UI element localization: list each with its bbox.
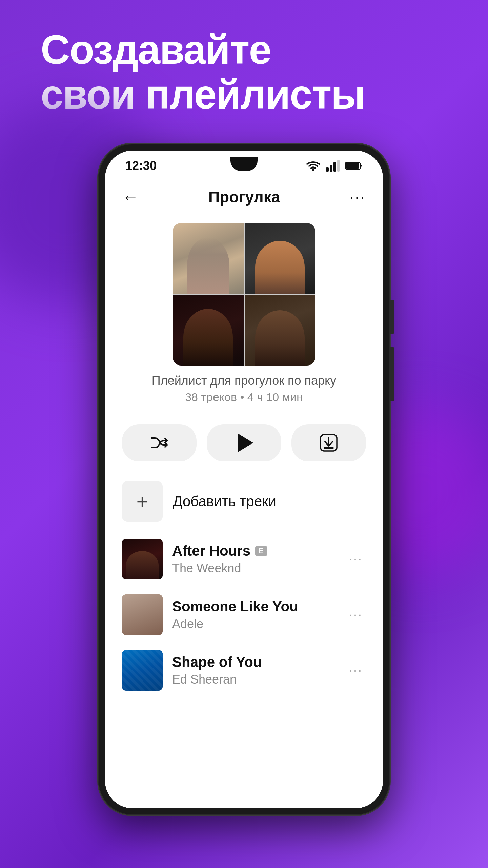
track-title-after-hours: After Hours xyxy=(172,543,250,559)
playlist-name: Плейлист для прогулок по парку xyxy=(152,374,336,388)
wifi-icon xyxy=(306,160,321,172)
phone-screen: 12:30 xyxy=(105,151,383,808)
svg-rect-6 xyxy=(346,163,359,169)
svg-rect-3 xyxy=(333,162,336,172)
track-more-button-after-hours[interactable]: ··· xyxy=(345,549,366,570)
svg-point-0 xyxy=(312,168,314,171)
playlist-title: Прогулка xyxy=(208,188,280,206)
status-icons xyxy=(306,160,363,172)
add-tracks-item[interactable]: + Добавить треки xyxy=(115,472,373,531)
track-list: + Добавить треки After Hours E The Weekn… xyxy=(105,472,383,808)
playlist-cover-section: Плейлист для прогулок по парку 38 треков… xyxy=(105,216,383,414)
track-artist-ed: Ed Sheeran xyxy=(172,672,336,687)
status-time: 12:30 xyxy=(125,159,157,173)
download-button[interactable] xyxy=(291,424,366,461)
add-tracks-label: Добавить треки xyxy=(173,493,276,510)
back-button[interactable]: ← xyxy=(122,189,139,205)
cover-adele xyxy=(173,223,244,294)
track-art-after-hours xyxy=(122,539,163,579)
svg-rect-4 xyxy=(337,160,340,172)
app-content: ← Прогулка ··· Плейлист для прогулок по … xyxy=(105,178,383,808)
track-title-shape-of-you: Shape of You xyxy=(172,654,262,670)
shuffle-button[interactable] xyxy=(122,424,197,461)
track-more-button-ed[interactable]: ··· xyxy=(345,660,366,681)
track-art-someone-like-you xyxy=(122,594,163,635)
track-info-someone-like-you: Someone Like You Adele xyxy=(172,598,336,631)
track-art-shape-of-you xyxy=(122,650,163,691)
track-artist-after-hours: The Weeknd xyxy=(172,561,336,575)
add-tracks-icon: + xyxy=(122,481,163,522)
power-button xyxy=(390,347,394,401)
cover-drake xyxy=(245,295,316,366)
track-info-after-hours: After Hours E The Weeknd xyxy=(172,543,336,575)
svg-rect-2 xyxy=(330,165,332,172)
battery-icon xyxy=(345,161,363,171)
cover-weeknd xyxy=(173,295,244,366)
playlist-meta: 38 треков • 4 ч 10 мин xyxy=(185,391,303,404)
track-info-shape-of-you: Shape of You Ed Sheeran xyxy=(172,654,336,687)
notch xyxy=(230,157,258,171)
track-title-row: After Hours E xyxy=(172,543,336,559)
track-title-row: Someone Like You xyxy=(172,598,336,615)
volume-up-button xyxy=(390,300,394,334)
track-title-row: Shape of You xyxy=(172,654,336,670)
action-buttons xyxy=(105,414,383,472)
track-item[interactable]: After Hours E The Weeknd ··· xyxy=(115,531,373,587)
track-more-button-adele[interactable]: ··· xyxy=(345,604,366,626)
track-title-someone-like-you: Someone Like You xyxy=(172,598,298,615)
track-item[interactable]: Shape of You Ed Sheeran ··· xyxy=(115,643,373,698)
signal-icon xyxy=(326,160,340,172)
hero-line1: Создавайте xyxy=(41,27,447,72)
explicit-badge-after-hours: E xyxy=(255,546,267,556)
shuffle-icon xyxy=(150,435,168,450)
play-button[interactable] xyxy=(207,424,281,461)
track-artist-adele: Adele xyxy=(172,617,336,631)
svg-rect-1 xyxy=(326,167,329,172)
play-icon xyxy=(238,433,253,452)
phone-wrapper: 12:30 xyxy=(98,144,390,815)
cover-ed xyxy=(245,223,316,294)
download-icon xyxy=(320,434,338,452)
hero-text: Создавайте свои плейлисты xyxy=(41,27,447,117)
track-item[interactable]: Someone Like You Adele ··· xyxy=(115,587,373,643)
cover-grid xyxy=(173,223,315,366)
more-options-button[interactable]: ··· xyxy=(349,189,366,205)
top-nav: ← Прогулка ··· xyxy=(105,178,383,216)
